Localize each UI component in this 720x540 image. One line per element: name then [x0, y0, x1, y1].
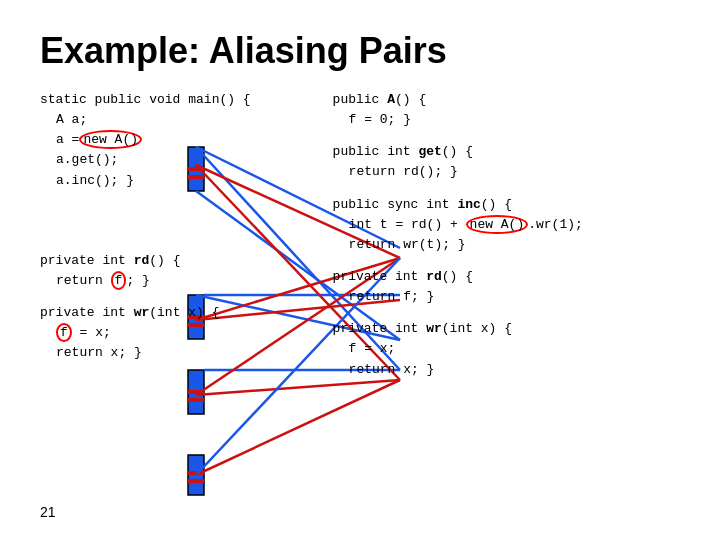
- main-method-block: static public void main() { A a; a =new …: [40, 90, 333, 191]
- right-wr-line3: return x; }: [333, 360, 680, 380]
- right-wr-line1: private int wr(int x) {: [333, 319, 680, 339]
- content-area: static public void main() { A a; a =new …: [40, 90, 680, 392]
- constructor-line2: f = 0; }: [333, 110, 680, 130]
- get-line2: return rd(); }: [333, 162, 680, 182]
- get-line1: public int get() {: [333, 142, 680, 162]
- left-code-column: static public void main() { A a; a =new …: [40, 90, 333, 392]
- left-rd-line1: private int rd() {: [40, 251, 333, 271]
- main-line4: a.get();: [40, 150, 333, 170]
- right-rd-line2: return f; }: [333, 287, 680, 307]
- left-wr-line3: return x; }: [40, 343, 333, 363]
- slide: Example: Aliasing Pairs static public vo…: [0, 0, 720, 540]
- right-rd-block: private int rd() { return f; }: [333, 267, 680, 307]
- get-block: public int get() { return rd(); }: [333, 142, 680, 182]
- main-line1: static public void main() {: [40, 90, 333, 110]
- inc-line2: int t = rd() + new A().wr(1);: [333, 215, 680, 235]
- right-wr-line2: f = x;: [333, 339, 680, 359]
- svg-rect-8: [188, 398, 204, 402]
- inc-block: public sync int inc() { int t = rd() + n…: [333, 195, 680, 255]
- left-rd-line2: return f; }: [40, 271, 333, 291]
- svg-rect-11: [188, 479, 204, 483]
- right-rd-line1: private int rd() {: [333, 267, 680, 287]
- right-wr-block: private int wr(int x) { f = x; return x;…: [333, 319, 680, 379]
- inc-line1: public sync int inc() {: [333, 195, 680, 215]
- main-line5: a.inc(); }: [40, 171, 333, 191]
- left-wr-block: private int wr(int x) { f = x; return x;…: [40, 303, 333, 363]
- slide-title: Example: Aliasing Pairs: [40, 30, 680, 72]
- svg-line-24: [196, 380, 400, 475]
- left-wr-line2: f = x;: [40, 323, 333, 343]
- svg-rect-10: [188, 471, 204, 475]
- inc-line3: return wr(t); }: [333, 235, 680, 255]
- left-wr-line1: private int wr(int x) {: [40, 303, 333, 323]
- page-number: 21: [40, 504, 56, 520]
- right-code-column: public A() { f = 0; } public int get() {…: [333, 90, 680, 392]
- svg-rect-9: [188, 455, 204, 495]
- constructor-block: public A() { f = 0; }: [333, 90, 680, 130]
- main-line3: a =new A(): [40, 130, 333, 150]
- left-rd-block: private int rd() { return f; }: [40, 251, 333, 291]
- main-line2: A a;: [40, 110, 333, 130]
- constructor-line1: public A() {: [333, 90, 680, 110]
